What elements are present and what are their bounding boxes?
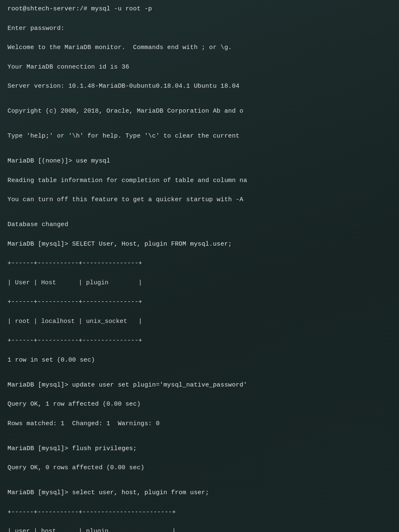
terminal-line: +------+-----------+--------------------… — [7, 507, 392, 517]
terminal-spacer — [7, 483, 392, 488]
terminal-line: Copyright (c) 2000, 2018, Oracle, MariaD… — [7, 106, 392, 116]
terminal-line: +------+-----------+---------------+ — [7, 336, 392, 345]
terminal-line: +------+-----------+---------------+ — [7, 259, 392, 268]
terminal-line: Query OK, 0 rows affected (0.00 sec) — [7, 463, 392, 473]
terminal-line: root@shtech-server:/# mysql -u root -p — [7, 4, 392, 14]
terminal-line: | user | host | plugin | — [7, 527, 392, 532]
terminal-spacer — [7, 101, 392, 107]
terminal-line: 1 row in set (0.00 sec) — [7, 355, 392, 365]
terminal-line: Welcome to the MariaDB monitor. Commands… — [7, 43, 392, 52]
terminal-spacer — [7, 438, 392, 444]
terminal-line: MariaDB [mysql]> flush privileges; — [7, 444, 392, 453]
terminal-line: Reading table information for completion… — [7, 176, 392, 185]
terminal-spacer — [7, 374, 392, 380]
terminal-line: Enter password: — [7, 24, 392, 33]
terminal-window: root@shtech-server:/# mysql -u root -pEn… — [0, 0, 399, 532]
terminal-line: Database changed — [7, 220, 392, 229]
terminal-line: Rows matched: 1 Changed: 1 Warnings: 0 — [7, 419, 392, 429]
terminal-line: Query OK, 1 row affected (0.00 sec) — [7, 399, 392, 409]
terminal-line: MariaDB [mysql]> update user set plugin=… — [7, 380, 392, 390]
terminal-line: Your MariaDB connection id is 36 — [7, 62, 392, 72]
terminal-spacer — [7, 126, 392, 132]
terminal-line: +------+-----------+---------------+ — [7, 297, 392, 307]
terminal-line: MariaDB [(none)]> use mysql — [7, 156, 392, 166]
terminal-line: MariaDB [mysql]> select user, host, plug… — [7, 488, 392, 498]
terminal-line: MariaDB [mysql]> SELECT User, Host, plug… — [7, 239, 392, 249]
terminal-line: | root | localhost | unix_socket | — [7, 317, 392, 326]
terminal-spacer — [7, 214, 392, 220]
terminal-spacer — [7, 151, 392, 157]
terminal-line: You can turn off this feature to get a q… — [7, 195, 392, 204]
terminal-output: root@shtech-server:/# mysql -u root -pEn… — [7, 4, 392, 532]
terminal-line: Type 'help;' or '\h' for help. Type '\c'… — [7, 131, 392, 141]
terminal-line: | User | Host | plugin | — [7, 278, 392, 288]
terminal-line: Server version: 10.1.48-MariaDB-0ubuntu0… — [7, 81, 392, 91]
